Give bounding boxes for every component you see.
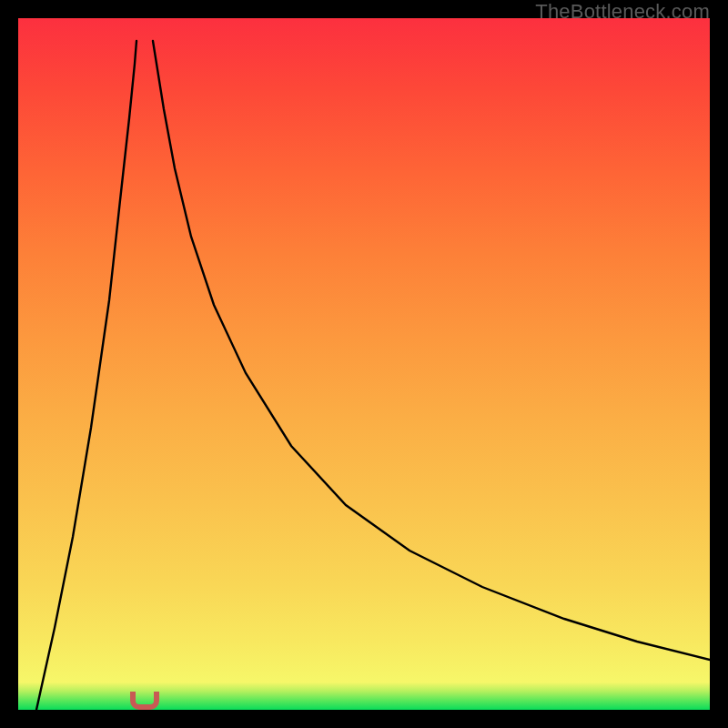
optimal-marker — [130, 692, 159, 710]
chart-frame: TheBottleneck.com — [0, 0, 728, 728]
mismatch-curve — [18, 18, 710, 710]
watermark-text: TheBottleneck.com — [535, 0, 710, 24]
plot-area — [18, 18, 710, 710]
